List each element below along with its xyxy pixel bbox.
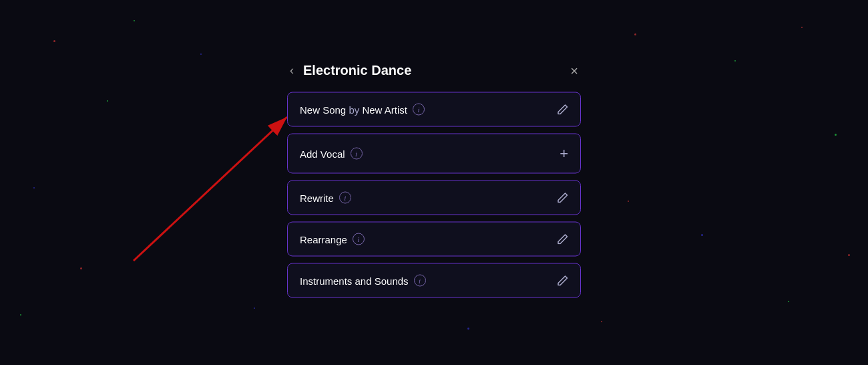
menu-item-left-instruments-sounds: Instruments and Soundsi — [300, 275, 426, 287]
info-icon-rearrange[interactable]: i — [353, 233, 365, 245]
menu-item-rearrange[interactable]: Rearrangei — [287, 222, 581, 257]
action-icon-new-song[interactable] — [558, 104, 568, 115]
menu-list: New Song by New ArtistiAdd Vocali+Rewrit… — [287, 92, 581, 298]
svg-line-1 — [134, 117, 287, 261]
star-dot — [601, 321, 602, 322]
menu-item-label-add-vocal: Add Vocal — [300, 148, 345, 159]
menu-item-left-rearrange: Rearrangei — [300, 233, 365, 245]
menu-item-instruments-sounds[interactable]: Instruments and Soundsi — [287, 263, 581, 298]
star-dot — [200, 53, 202, 55]
star-dot — [20, 314, 21, 316]
menu-item-label-instruments-sounds: Instruments and Sounds — [300, 275, 409, 286]
action-icon-rearrange[interactable] — [558, 234, 568, 245]
info-icon-rewrite[interactable]: i — [339, 192, 351, 204]
menu-item-label-new-song: New Song by New Artist — [300, 104, 407, 115]
menu-item-label-rearrange: Rearrange — [300, 233, 347, 245]
star-dot — [701, 234, 703, 236]
star-dot — [628, 201, 629, 202]
action-icon-instruments-sounds[interactable] — [558, 275, 568, 286]
close-button[interactable]: × — [568, 61, 581, 80]
star-dot — [134, 20, 135, 21]
action-icon-add-vocal[interactable]: + — [560, 145, 568, 162]
menu-item-left-rewrite: Rewritei — [300, 192, 351, 204]
menu-item-label-rewrite: Rewrite — [300, 192, 334, 203]
star-dot — [848, 254, 850, 256]
star-dot — [80, 267, 82, 269]
info-icon-new-song[interactable]: i — [413, 104, 425, 116]
modal: ‹ Electronic Dance × New Song by New Art… — [287, 61, 581, 305]
modal-title: Electronic Dance — [303, 63, 561, 78]
star-dot — [835, 134, 837, 136]
menu-item-rewrite[interactable]: Rewritei — [287, 180, 581, 215]
star-dot — [33, 187, 35, 189]
modal-header: ‹ Electronic Dance × — [287, 61, 581, 92]
menu-item-new-song[interactable]: New Song by New Artisti — [287, 92, 581, 127]
menu-item-add-vocal[interactable]: Add Vocali+ — [287, 134, 581, 174]
star-dot — [801, 27, 803, 28]
star-dot — [107, 100, 108, 102]
action-icon-rewrite[interactable] — [558, 193, 568, 203]
menu-item-left-add-vocal: Add Vocali — [300, 148, 363, 160]
star-dot — [53, 40, 55, 42]
info-icon-instruments-sounds[interactable]: i — [414, 275, 426, 287]
star-dot — [467, 328, 469, 330]
star-dot — [788, 301, 789, 302]
info-icon-add-vocal[interactable]: i — [351, 148, 363, 160]
star-dot — [254, 308, 255, 309]
back-button[interactable]: ‹ — [287, 61, 296, 80]
menu-item-left-new-song: New Song by New Artisti — [300, 104, 425, 116]
star-dot — [734, 60, 736, 62]
star-dot — [634, 33, 636, 35]
